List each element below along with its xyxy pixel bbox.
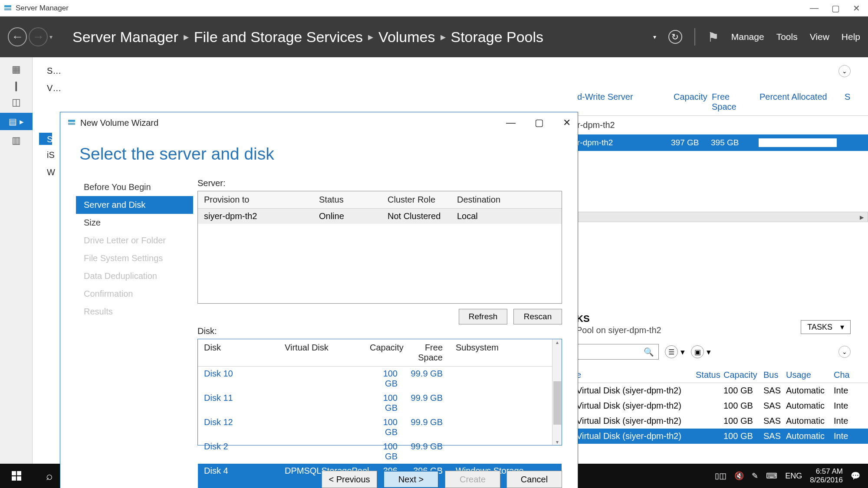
window-close-button[interactable]: ✕ bbox=[853, 3, 860, 13]
scol-status[interactable]: Status bbox=[313, 191, 381, 208]
tray-clock[interactable]: 6:57 AM 8/26/2016 bbox=[810, 467, 843, 484]
nav-history-dropdown[interactable]: ▾ bbox=[49, 33, 53, 40]
wizard-step: Drive Letter or Folder bbox=[76, 232, 193, 249]
dcol-vd[interactable]: Virtual Disk bbox=[279, 339, 364, 366]
refresh-button[interactable]: Refresh bbox=[459, 309, 507, 324]
previous-button[interactable]: < Previous bbox=[322, 471, 377, 488]
expand-icon[interactable]: ⌄ bbox=[838, 346, 851, 358]
shares-nav-icon[interactable] bbox=[9, 134, 23, 147]
notifications-flag-icon[interactable]: ⚑ bbox=[707, 29, 719, 45]
tray-keyboard-icon[interactable]: ⌨ bbox=[766, 471, 777, 481]
svg-rect-6 bbox=[12, 476, 16, 481]
dc-capacity[interactable]: Capacity bbox=[723, 370, 763, 380]
rescan-button[interactable]: Rescan bbox=[513, 309, 562, 324]
disk-row[interactable]: Disk 2100 GB99.9 GB bbox=[198, 439, 562, 464]
menu-tools[interactable]: Tools bbox=[776, 32, 798, 42]
dcol-disk[interactable]: Disk bbox=[198, 339, 279, 366]
physical-disk-row[interactable]: Virtual Disk (siyer-dpm-th2)100 GBSASAut… bbox=[576, 383, 868, 398]
crumb-2[interactable]: Volumes bbox=[378, 29, 435, 46]
collapse-icon[interactable]: ⌄ bbox=[838, 65, 851, 77]
scol-cluster[interactable]: Cluster Role bbox=[381, 191, 451, 208]
create-button: Create bbox=[445, 471, 500, 488]
scol-dest[interactable]: Destination bbox=[451, 191, 562, 208]
physical-disk-row[interactable]: Virtual Disk (siyer-dpm-th2)100 GBSASAut… bbox=[576, 429, 868, 444]
pool-columns: d-Write Server Capacity Free Space Perce… bbox=[577, 92, 868, 116]
window-max-button[interactable]: ▢ bbox=[832, 3, 840, 13]
save-view-icon[interactable]: ▣ bbox=[691, 345, 704, 358]
dc-usage[interactable]: Usage bbox=[786, 370, 834, 380]
disk-label: Disk: bbox=[197, 326, 562, 336]
nav-back-button[interactable]: ← bbox=[8, 27, 27, 46]
breadcrumb: Server Manager▸ File and Storage Service… bbox=[72, 29, 543, 46]
tasks-dropdown-button[interactable]: TASKS▾ bbox=[801, 320, 851, 334]
disk-grid: Disk Virtual Disk Capacity Free Space Su… bbox=[197, 339, 562, 445]
disk-row[interactable]: Disk 11100 GB99.9 GB bbox=[198, 391, 562, 415]
servers-nav-icon[interactable] bbox=[9, 63, 23, 75]
tray-display-icon[interactable]: ▯◫ bbox=[715, 471, 727, 481]
tray-lang[interactable]: ENG bbox=[785, 472, 802, 481]
server-row[interactable]: siyer-dpm-th2 Online Not Clustered Local bbox=[198, 209, 562, 224]
filter-search-box[interactable]: 🔍 bbox=[576, 344, 659, 360]
next-button[interactable]: Next > bbox=[383, 471, 439, 488]
col-s[interactable]: S bbox=[845, 92, 858, 112]
nav-bar: ← → ▾ Server Manager▸ File and Storage S… bbox=[0, 16, 868, 57]
crumb-0[interactable]: Server Manager bbox=[72, 29, 178, 46]
physical-disk-row[interactable]: Virtual Disk (siyer-dpm-th2)100 GBSASAut… bbox=[576, 398, 868, 413]
left-label-4[interactable]: iS bbox=[47, 150, 61, 162]
dc-bus[interactable]: Bus bbox=[763, 370, 786, 380]
col-freespace[interactable]: Free Space bbox=[712, 92, 760, 112]
col-percent[interactable]: Percent Allocated bbox=[760, 92, 845, 112]
svg-rect-7 bbox=[17, 476, 21, 481]
crumb-3[interactable]: Storage Pools bbox=[451, 29, 544, 46]
pool-row-selected[interactable]: r-dpm-th2 397 GB 395 GB bbox=[577, 134, 868, 151]
tray-notifications-icon[interactable]: 💬 bbox=[851, 471, 860, 481]
menu-manage[interactable]: Manage bbox=[731, 32, 764, 42]
crumb-1[interactable]: File and Storage Services bbox=[194, 29, 363, 46]
tray-pen-icon[interactable]: ✎ bbox=[752, 471, 758, 481]
left-label-sel[interactable]: S bbox=[39, 133, 52, 145]
refresh-icon[interactable]: ↻ bbox=[668, 30, 682, 44]
left-label-0[interactable]: S… bbox=[47, 66, 61, 78]
start-button[interactable] bbox=[0, 464, 33, 488]
tray-volume-icon[interactable]: 🔇 bbox=[734, 471, 744, 481]
dcol-sub[interactable]: Subsystem bbox=[450, 339, 562, 366]
wizard-step: File System Settings bbox=[76, 249, 193, 267]
dc-name[interactable]: e bbox=[576, 370, 696, 380]
cancel-button[interactable]: Cancel bbox=[506, 471, 562, 488]
dcol-cap[interactable]: Capacity bbox=[364, 339, 404, 366]
wizard-step[interactable]: Server and Disk bbox=[76, 196, 193, 214]
scol-provision[interactable]: Provision to bbox=[198, 191, 313, 208]
col-capacity[interactable]: Capacity bbox=[674, 92, 712, 112]
volumes-nav-icon[interactable] bbox=[9, 80, 23, 92]
wizard-close-button[interactable]: ✕ bbox=[563, 117, 571, 128]
view-options-icon[interactable]: ☰ bbox=[665, 345, 678, 358]
dcol-free[interactable]: Free Space bbox=[404, 339, 450, 366]
disk-row[interactable]: Disk 10100 GB99.9 GB bbox=[198, 367, 562, 391]
col-rw-server[interactable]: d-Write Server bbox=[577, 92, 674, 112]
menu-view[interactable]: View bbox=[810, 32, 829, 42]
disk-row[interactable]: Disk 12100 GB99.9 GB bbox=[198, 415, 562, 439]
wizard-step-list: Before You BeginServer and DiskSizeDrive… bbox=[76, 178, 193, 456]
left-label-1[interactable]: V… bbox=[47, 83, 61, 95]
physical-disk-row[interactable]: Virtual Disk (siyer-dpm-th2)100 GBSASAut… bbox=[576, 413, 868, 429]
dc-status[interactable]: Status bbox=[696, 370, 723, 380]
left-labels: S… V… S iS W bbox=[47, 66, 61, 180]
nav-dropdown-icon[interactable]: ▾ bbox=[653, 33, 656, 40]
wizard-step[interactable]: Size bbox=[76, 214, 193, 232]
left-icon-strip bbox=[0, 57, 33, 478]
wizard-step[interactable]: Before You Begin bbox=[76, 178, 193, 196]
menu-help[interactable]: Help bbox=[842, 32, 860, 42]
percent-allocated-bar bbox=[759, 138, 837, 147]
svg-rect-0 bbox=[4, 5, 11, 7]
dc-ext[interactable]: Cha bbox=[834, 370, 850, 380]
wizard-max-button[interactable]: ▢ bbox=[535, 117, 544, 128]
left-label-5[interactable]: W bbox=[47, 167, 61, 180]
window-title: Server Manager bbox=[16, 4, 810, 13]
window-min-button[interactable]: — bbox=[810, 3, 819, 13]
wizard-min-button[interactable]: — bbox=[506, 117, 516, 128]
disks-nav-icon[interactable] bbox=[9, 96, 23, 108]
horizontal-scrollbar[interactable]: ▸ bbox=[577, 212, 868, 222]
storage-pools-nav-icon[interactable] bbox=[0, 113, 33, 130]
disk-scrollbar[interactable]: ▴▾ bbox=[552, 339, 562, 445]
pool-group-row[interactable]: r-dpm-th2 bbox=[577, 116, 868, 134]
